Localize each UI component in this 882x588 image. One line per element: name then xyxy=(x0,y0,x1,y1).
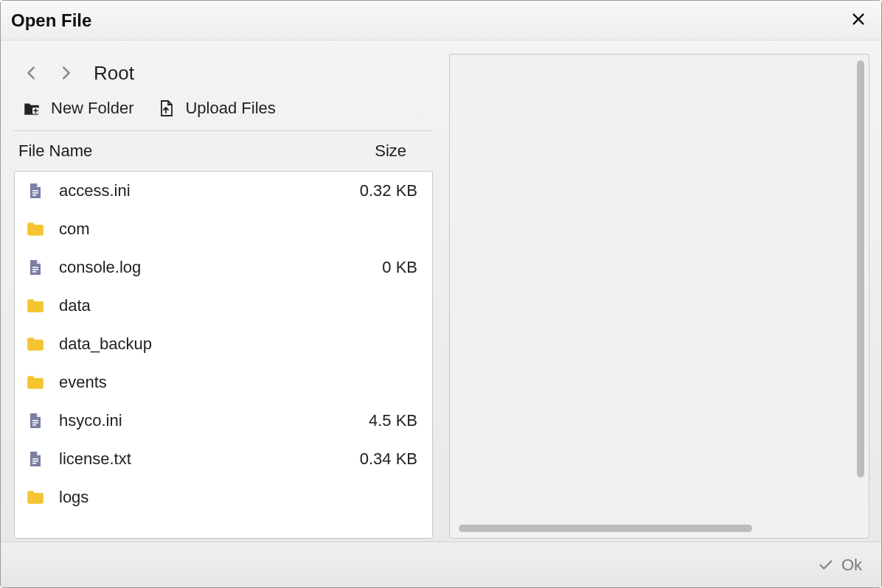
svg-rect-7 xyxy=(32,420,38,421)
file-icon xyxy=(25,410,46,431)
back-button[interactable] xyxy=(18,60,45,86)
forward-button[interactable] xyxy=(52,60,79,86)
item-name: events xyxy=(59,373,404,392)
ok-button[interactable]: Ok xyxy=(818,556,862,575)
item-name: com xyxy=(59,220,404,239)
list-item[interactable]: data_backup xyxy=(15,325,432,363)
item-name: console.log xyxy=(59,258,369,277)
svg-rect-3 xyxy=(32,195,36,196)
new-folder-button[interactable]: New Folder xyxy=(21,98,133,119)
titlebar: Open File xyxy=(1,1,881,41)
check-icon xyxy=(818,557,834,573)
item-size: 0.32 KB xyxy=(360,181,422,200)
item-name: license.txt xyxy=(59,449,347,469)
file-icon xyxy=(25,257,46,278)
svg-rect-6 xyxy=(32,271,36,273)
svg-rect-8 xyxy=(32,422,38,424)
new-folder-label: New Folder xyxy=(51,99,133,118)
svg-rect-4 xyxy=(32,267,38,268)
chevron-right-icon xyxy=(58,65,74,81)
toolbar: New Folder Upload Files xyxy=(14,98,433,131)
file-icon xyxy=(25,449,46,469)
item-name: logs xyxy=(59,488,404,507)
ok-label: Ok xyxy=(841,556,862,575)
item-name: access.ini xyxy=(59,181,347,200)
item-name: data xyxy=(59,296,404,315)
folder-icon xyxy=(25,487,46,508)
file-list[interactable]: access.ini 0.32 KB com console.log 0 KB … xyxy=(14,171,433,539)
upload-files-button[interactable]: Upload Files xyxy=(156,98,275,119)
folder-icon xyxy=(25,334,46,354)
dialog-footer: Ok xyxy=(1,542,881,587)
close-icon xyxy=(850,11,867,27)
preview-vertical-scrollbar[interactable] xyxy=(857,60,864,477)
file-icon xyxy=(25,181,46,201)
list-item[interactable]: access.ini 0.32 KB xyxy=(15,172,432,210)
nav-row: Root xyxy=(14,54,433,98)
dialog-title: Open File xyxy=(11,10,91,31)
preview-horizontal-scrollbar[interactable] xyxy=(459,525,752,532)
breadcrumb[interactable]: Root xyxy=(94,62,134,85)
dialog-content: Root New Folder Upload Files File Na xyxy=(1,41,881,542)
folder-icon xyxy=(25,219,46,239)
list-item[interactable]: console.log 0 KB xyxy=(15,248,432,287)
chevron-left-icon xyxy=(24,65,40,81)
folder-icon xyxy=(25,295,46,316)
list-item[interactable]: events xyxy=(15,363,432,402)
list-item[interactable]: com xyxy=(15,210,432,248)
column-size[interactable]: Size xyxy=(375,141,406,161)
column-name[interactable]: File Name xyxy=(18,141,92,161)
svg-rect-1 xyxy=(32,190,38,192)
list-item[interactable]: logs xyxy=(15,478,432,517)
svg-rect-12 xyxy=(32,463,36,464)
preview-pane xyxy=(449,54,869,539)
svg-rect-11 xyxy=(32,461,38,462)
item-size: 0 KB xyxy=(382,258,422,277)
svg-rect-10 xyxy=(32,458,38,460)
close-button[interactable] xyxy=(846,7,871,34)
upload-icon xyxy=(156,98,176,119)
browser-pane: Root New Folder Upload Files File Na xyxy=(14,54,433,539)
new-folder-icon xyxy=(21,98,42,119)
item-name: data_backup xyxy=(59,335,404,354)
folder-icon xyxy=(25,372,46,393)
column-headers: File Name Size xyxy=(14,131,433,171)
list-item[interactable]: license.txt 0.34 KB xyxy=(15,440,432,478)
svg-rect-2 xyxy=(32,192,38,194)
list-item[interactable]: hsyco.ini 4.5 KB xyxy=(15,402,432,440)
item-size: 0.34 KB xyxy=(360,449,422,469)
upload-files-label: Upload Files xyxy=(185,99,275,118)
open-file-dialog: Open File Root New Folder xyxy=(0,0,882,588)
svg-rect-5 xyxy=(32,269,38,270)
item-size: 4.5 KB xyxy=(369,411,422,430)
list-item[interactable]: data xyxy=(15,287,432,325)
svg-rect-9 xyxy=(32,424,36,426)
item-name: hsyco.ini xyxy=(59,411,355,430)
